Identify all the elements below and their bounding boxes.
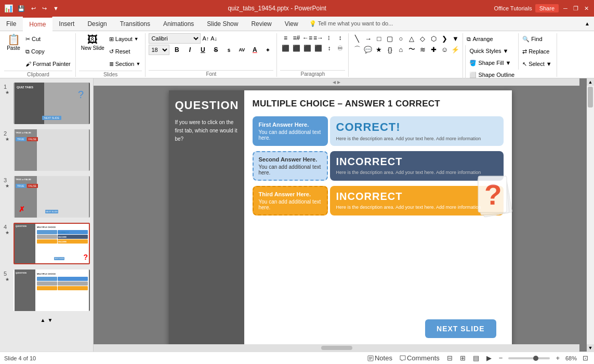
shape-bracket[interactable]: {}	[385, 44, 395, 55]
font-color-button[interactable]: A	[249, 45, 260, 55]
h-scrollbar[interactable]: ◀ ▶	[94, 78, 579, 86]
font-size-select[interactable]: 18	[149, 45, 169, 55]
tab-review[interactable]: Review	[245, 17, 278, 31]
slide-img-3[interactable]: TRUE or FALSE TRUE FALSE ✗ NEXT SLIDE	[14, 176, 90, 218]
bullets-button[interactable]: ≡	[280, 33, 291, 43]
clear-format-button[interactable]: ✦	[262, 45, 273, 55]
align-left-button[interactable]: ⬛	[280, 44, 291, 53]
align-right-button[interactable]: ⬛	[302, 44, 312, 53]
next-slide-button[interactable]: NEXT SLIDE	[425, 319, 496, 338]
slide-thumb-2[interactable]: 2 ★ TRUE or FALSE TRUE FALSE	[2, 128, 91, 172]
layout-button[interactable]: ⊞ Layout ▼	[108, 33, 142, 45]
shape-arrow[interactable]: →	[363, 33, 373, 44]
shape-line[interactable]: ╲	[352, 33, 362, 44]
shape-fill-button[interactable]: 🪣 Shape Fill ▼	[468, 57, 516, 69]
slide-thumb-3[interactable]: 3 ★ TRUE or FALSE TRUE FALSE ✗ NEXT SLID…	[2, 175, 91, 219]
italic-button[interactable]: I	[184, 45, 195, 55]
slide-img-1[interactable]: QUIZ TABS NEXT SLIDE ?	[14, 83, 90, 124]
shadow-button[interactable]: s	[223, 45, 234, 55]
slideshow-btn[interactable]: ▶	[485, 354, 493, 362]
tab-slideshow[interactable]: Slide Show	[201, 17, 245, 31]
justify-button[interactable]: ⬛	[313, 44, 323, 53]
reset-button[interactable]: ↺ Reset	[108, 46, 142, 57]
scroll-up-btn[interactable]: ▲	[587, 78, 594, 86]
zoom-in-btn[interactable]: +	[554, 354, 561, 362]
slide-thumb-4[interactable]: 4 ★ QUESTION MULTIPLE CHOICE CORRECT! IN…	[2, 222, 91, 265]
slide-panel-scroll-down[interactable]: ▼	[48, 317, 53, 323]
shape-diamond[interactable]: ◇	[417, 33, 428, 44]
notes-btn[interactable]: Notes	[366, 354, 394, 362]
underline-button[interactable]: U	[197, 45, 208, 55]
quick-save-btn[interactable]: 💾	[16, 5, 27, 12]
shape-bent[interactable]: ⌒	[352, 44, 362, 55]
scroll-thumb[interactable]	[588, 87, 593, 107]
shape-chevron[interactable]: ❯	[439, 33, 450, 44]
tab-design[interactable]: Design	[81, 17, 113, 31]
shape-lightning[interactable]: ⚡	[450, 44, 460, 55]
zoom-out-btn[interactable]: −	[497, 354, 505, 362]
char-spacing-button[interactable]: AV	[236, 45, 247, 55]
customize-btn[interactable]: ▼	[51, 5, 60, 12]
answer-box-1[interactable]: First Answer Here. You can add additiona…	[253, 116, 328, 146]
tab-animations[interactable]: Animations	[157, 17, 201, 31]
align-center-button[interactable]: ⬛	[291, 44, 301, 53]
collapse-ribbon-btn[interactable]: ▲	[580, 17, 594, 31]
office-tutorials-btn[interactable]: Office Tutorials	[494, 5, 532, 11]
shape-oval[interactable]: ○	[395, 33, 406, 44]
slide-img-5[interactable]: QUESTION MULTIPLE CHOICE	[14, 269, 90, 311]
section-button[interactable]: ≣ Section ▼	[108, 58, 142, 70]
close-btn[interactable]: ✕	[583, 5, 590, 12]
replace-button[interactable]: ⇄ Replace	[521, 46, 553, 57]
slide-img-2[interactable]: TRUE or FALSE TRUE FALSE	[14, 129, 90, 171]
bold-button[interactable]: B	[171, 45, 182, 55]
h-scrollbar-bottom[interactable]	[94, 344, 579, 352]
font-name-select[interactable]: Calibri	[149, 33, 201, 44]
copy-button[interactable]: ⧉ Copy	[24, 46, 72, 57]
tab-file[interactable]: File	[0, 17, 23, 31]
tab-insert[interactable]: Insert	[52, 17, 81, 31]
normal-view-btn[interactable]: ⊟	[445, 354, 454, 362]
shape-rounded-rect[interactable]: ▢	[385, 33, 395, 44]
tab-home[interactable]: Home	[23, 17, 52, 31]
columns-button[interactable]: ⫶	[324, 33, 334, 43]
tab-view[interactable]: View	[279, 17, 305, 31]
share-btn[interactable]: Share	[535, 4, 559, 12]
slide-img-4[interactable]: QUESTION MULTIPLE CHOICE CORRECT! INCORR…	[14, 223, 90, 264]
minimize-btn[interactable]: ─	[562, 5, 569, 12]
shape-brace[interactable]: ⌂	[395, 44, 406, 55]
redo-btn[interactable]: ↪	[41, 5, 48, 12]
shape-cross[interactable]: ✚	[428, 44, 439, 55]
cut-button[interactable]: ✂ Cut	[24, 33, 72, 45]
shape-wave[interactable]: ≋	[417, 44, 428, 55]
line-spacing-button[interactable]: ↕	[324, 44, 334, 53]
comments-btn[interactable]: Comments	[398, 354, 441, 362]
quick-styles-button[interactable]: Quick Styles ▼	[468, 45, 516, 57]
numbering-button[interactable]: ≡#	[291, 33, 301, 43]
shape-star[interactable]: ★	[374, 44, 384, 55]
slide-thumb-5[interactable]: 5 ★ QUESTION MULTIPLE CHOICE	[2, 268, 91, 312]
find-button[interactable]: 🔍 Find	[521, 33, 553, 45]
indent-more-button[interactable]: ≡→	[313, 33, 323, 43]
answer-box-3[interactable]: Third Answer Here. You can add additiona…	[253, 186, 328, 215]
tab-transitions[interactable]: Transitions	[114, 17, 157, 31]
shape-hexagon[interactable]: ⬡	[428, 33, 439, 44]
strikethrough-button[interactable]: S	[210, 45, 221, 55]
shape-rect[interactable]: □	[374, 33, 384, 44]
select-button[interactable]: ↖ Select ▼	[521, 58, 553, 70]
shape-triangle[interactable]: △	[406, 33, 417, 44]
slide-sorter-btn[interactable]: ⊞	[458, 354, 467, 362]
slide-thumb-1[interactable]: 1 ★ QUIZ TABS NEXT SLIDE ?	[2, 82, 91, 125]
fit-slide-btn[interactable]: ⊡	[581, 354, 590, 362]
shape-curve[interactable]: 〜	[406, 44, 417, 55]
slide-panel-scroll-up[interactable]: ▲	[41, 317, 46, 323]
restore-btn[interactable]: ❐	[572, 5, 579, 12]
format-painter-button[interactable]: 🖌 Format Painter	[24, 58, 72, 70]
tell-me-box[interactable]: 💡 Tell me what you want to do...	[305, 17, 581, 31]
reading-view-btn[interactable]: ▤	[471, 354, 481, 362]
shape-more[interactable]: ▼	[450, 33, 460, 44]
shape-callout[interactable]: 💬	[363, 44, 373, 55]
smart-art-button[interactable]: ♾	[335, 44, 345, 53]
shape-smiley[interactable]: ☺	[439, 44, 450, 55]
text-direction-button[interactable]: ↕	[335, 33, 345, 43]
arrange-button[interactable]: ⧉ Arrange	[465, 33, 516, 45]
